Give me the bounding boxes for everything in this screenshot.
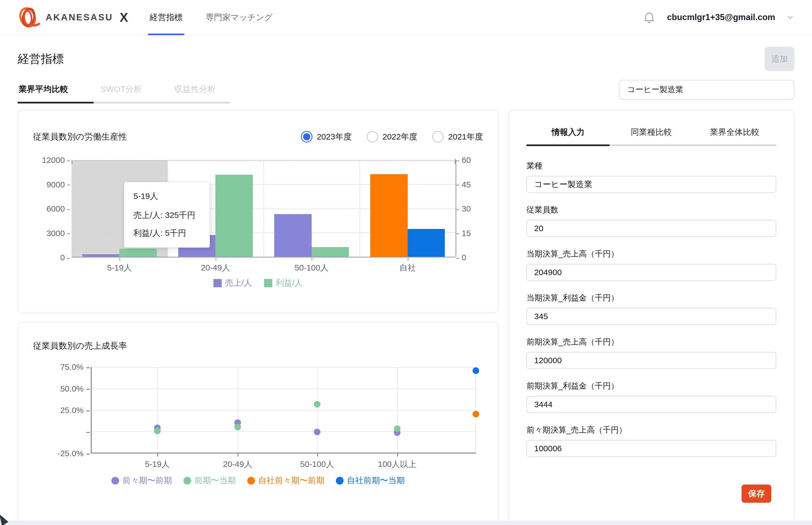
field-label-6: 前々期決算_売上高（千円） — [526, 424, 776, 436]
bar-category-label: 自社 — [399, 262, 416, 273]
radio-circle-icon — [301, 131, 312, 142]
brand-name-suffix: X — [120, 10, 128, 25]
panel-tabs-underline — [526, 145, 776, 146]
labor-productivity-card: 従業員数別の労働生産性 2023年度 2022年度 2021年度 — [18, 110, 499, 313]
tab-industry-average[interactable]: 業界平均比較 — [18, 84, 69, 103]
right-axis-tick: 45 — [456, 180, 471, 189]
point-前期〜当期 — [314, 401, 320, 407]
gridline — [359, 160, 360, 257]
field-input-3[interactable] — [526, 308, 776, 325]
gridline — [92, 389, 476, 389]
scatter-category-label: 5-19人 — [145, 459, 170, 470]
gridline — [317, 367, 318, 453]
panel-tab-input[interactable]: 情報入力 — [526, 126, 610, 146]
panel-tab-whole-industry[interactable]: 業界全体比較 — [693, 126, 776, 146]
right-axis-tick: 15 — [456, 229, 471, 238]
gridline — [157, 367, 158, 453]
point-自社前期〜当期 — [473, 368, 479, 374]
scatter-category-label: 20-49人 — [223, 459, 252, 470]
nav-item-keiei-shihyo[interactable]: 経営指標 — [150, 0, 183, 35]
tooltip-profit-line: 利益/人: 5千円 — [134, 227, 200, 239]
point-前期〜当期 — [234, 424, 241, 430]
panel-tab-same-industry[interactable]: 同業種比較 — [610, 126, 693, 146]
tooltip-sales-line: 売上/人: 325千円 — [134, 210, 200, 221]
gridline — [92, 367, 476, 368]
user-email[interactable]: cbucmlgr1+35@gmail.com — [667, 12, 775, 22]
field-label-1: 従業員数 — [526, 205, 776, 215]
legend-item-own-prev2-prev: 自社前々期〜前期 — [247, 475, 324, 486]
legend-item-prev2-prev: 前々期〜前期 — [111, 475, 172, 486]
scatter-left-axis: 75.0%50.0%25.0%-25.0% — [33, 367, 91, 453]
bar-利益/人-20-49人 — [215, 175, 252, 257]
field-input-2[interactable] — [526, 264, 776, 281]
app-header: AKANESASUX 経営指標 専門家マッチング cbucmlgr1+35@gm… — [0, 0, 812, 35]
field-input-5[interactable] — [526, 396, 776, 413]
point-前々期〜前期 — [314, 429, 320, 435]
bar-chart-title: 従業員数別の労働生産性 — [33, 131, 127, 142]
gridline — [92, 410, 476, 410]
notification-bell-icon[interactable] — [642, 11, 656, 24]
radio-2023[interactable]: 2023年度 — [301, 131, 352, 142]
gridline — [92, 431, 476, 432]
radio-circle-icon — [367, 131, 378, 142]
right-axis-tick: 0 — [456, 253, 466, 262]
brand-name: AKANESASU — [46, 12, 113, 22]
scatter-y-tick — [83, 427, 90, 437]
legend-dot-icon — [336, 477, 343, 484]
nav-item-senmonka-matching[interactable]: 専門家マッチング — [206, 0, 273, 35]
field-label-5: 前期決算_利益金（千円） — [526, 380, 776, 392]
field-label-2: 当期決算_売上高（千円） — [526, 249, 776, 259]
bar-売上/人-自社 — [370, 174, 408, 257]
legend-item-sales-per-person: 売上/人 — [213, 278, 252, 289]
save-button[interactable]: 保存 — [741, 484, 771, 503]
add-button[interactable]: 追加 — [765, 47, 794, 71]
tab-profitability[interactable]: 収益性分析 — [173, 84, 217, 103]
left-axis-tick: 9000 — [46, 180, 70, 189]
bar-left-axis: 120009000600030000 — [33, 160, 72, 257]
point-自社前々期〜前期 — [473, 411, 479, 417]
page-bottom-strip — [0, 521, 812, 525]
field-input-1[interactable] — [526, 220, 776, 237]
field-input-4[interactable] — [526, 352, 776, 369]
scatter-y-tick: 25.0% — [60, 406, 90, 415]
panel-tabs: 情報入力 同業種比較 業界全体比較 — [526, 126, 776, 146]
scatter-y-tick: 50.0% — [60, 384, 90, 393]
tabs-underline — [18, 102, 230, 103]
logo-scribble-icon — [16, 5, 41, 29]
field-label-0: 業種 — [526, 161, 776, 171]
left-axis-tick: 12000 — [42, 155, 70, 165]
tab-swot[interactable]: SWOT分析 — [99, 84, 143, 103]
company-info-form: 業種従業員数当期決算_売上高（千円）当期決算_利益金（千円）前期決算_売上高（千… — [526, 161, 776, 469]
chart-tooltip: 5-19人 売上/人: 325千円 利益/人: 5千円 — [124, 182, 210, 247]
bar-利益/人-自社 — [408, 229, 445, 257]
legend-item-own-prev-current: 自社前期〜当期 — [336, 475, 404, 486]
industry-input[interactable]: コーヒー製造業 — [619, 80, 794, 100]
right-axis-tick: 60 — [456, 155, 471, 165]
legend-dot-icon — [111, 477, 119, 484]
field-label-4: 前期決算_売上高（千円） — [526, 336, 776, 347]
scatter-y-tick: 75.0% — [60, 362, 90, 372]
brand-logo[interactable]: AKANESASUX — [16, 5, 128, 29]
radio-circle-icon — [432, 131, 444, 142]
bar-right-axis: 604530150 — [456, 160, 483, 257]
radio-2022[interactable]: 2022年度 — [367, 131, 417, 142]
left-axis-tick: 6000 — [46, 204, 70, 213]
bar-plot: 5-19人20-49人50-100人自社 5-19人 売上/人: 325千円 利… — [72, 160, 456, 257]
radio-2021[interactable]: 2021年度 — [432, 131, 483, 142]
left-axis-tick: 3000 — [46, 229, 70, 238]
bar-売上/人-5-19人 — [82, 254, 119, 257]
scatter-plot: 5-19人20-49人50-100人100人以上 — [91, 367, 476, 453]
bar-利益/人-5-19人 — [119, 249, 156, 257]
bar-category-label: 20-49人 — [201, 262, 230, 273]
legend-swatch-icon — [213, 279, 222, 287]
legend-dot-icon — [183, 477, 191, 484]
field-label-3: 当期決算_利益金（千円） — [526, 292, 776, 303]
legend-item-profit-per-person: 利益/人 — [264, 278, 303, 289]
legend-swatch-icon — [264, 279, 272, 287]
field-input-6[interactable] — [526, 440, 776, 457]
tooltip-title: 5-19人 — [134, 191, 200, 202]
field-input-0[interactable] — [526, 176, 776, 193]
legend-dot-icon — [247, 477, 255, 484]
chevron-down-icon[interactable] — [786, 13, 794, 21]
left-axis-tick: 0 — [60, 253, 70, 262]
